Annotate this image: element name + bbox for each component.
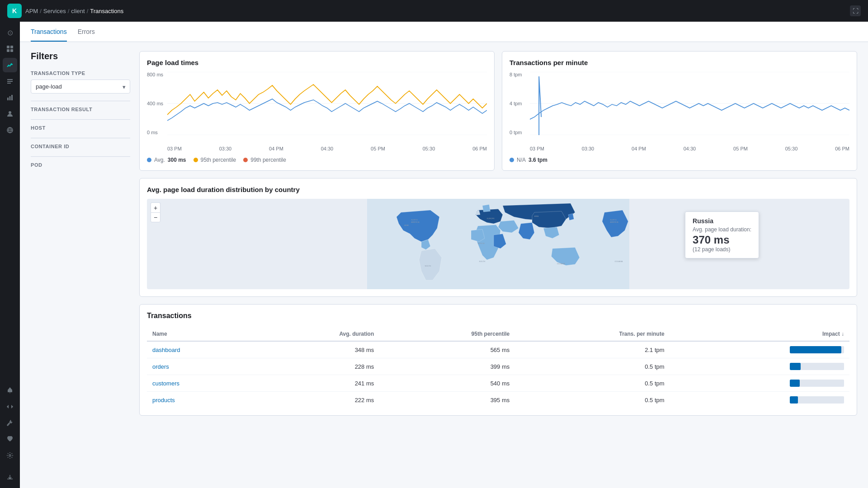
cell-impact xyxy=(670,341,849,358)
cell-p95: 565 ms xyxy=(379,341,515,358)
filter-group-result: TRANSACTION RESULT xyxy=(31,107,130,112)
impact-bar-bg xyxy=(790,380,844,387)
svg-text:ASIA: ASIA xyxy=(534,215,538,217)
tpm-chart-title: Transactions per minute xyxy=(509,59,849,66)
transaction-link[interactable]: products xyxy=(152,397,175,404)
legend-avg: Avg. 300 ms xyxy=(147,157,186,163)
breadcrumb-sep1: / xyxy=(40,8,42,14)
cell-p95: 399 ms xyxy=(379,358,515,375)
impact-bar-wrap xyxy=(675,396,844,404)
cell-tpm: 2.1 tpm xyxy=(515,341,670,358)
sidebar-icon-settings[interactable] xyxy=(3,448,17,463)
tpm-legend: N/A 3.6 tpm xyxy=(509,157,849,163)
cell-name: products xyxy=(147,392,254,408)
sidebar-icon-dashboard[interactable] xyxy=(3,42,17,56)
sidebar-icon-code[interactable] xyxy=(3,399,17,414)
sidebar-icon-heart[interactable] xyxy=(3,432,17,446)
impact-bar-fill xyxy=(790,363,801,370)
table-row: products 222 ms 395 ms 0.5 tpm xyxy=(147,392,849,408)
cell-avg: 348 ms xyxy=(254,341,379,358)
sidebar-icon-apm[interactable] xyxy=(3,58,17,72)
page-load-chart-title: Page load times xyxy=(147,59,487,66)
svg-rect-1 xyxy=(10,46,13,48)
map-zoom-out[interactable]: − xyxy=(151,212,160,222)
col-impact[interactable]: Impact ↓ xyxy=(670,327,849,341)
tpm-y-labels: 8 tpm 4 tpm 0 tpm xyxy=(509,72,530,135)
table-row: customers 241 ms 540 ms 0.5 tpm xyxy=(147,375,849,392)
cell-avg: 241 ms xyxy=(254,375,379,392)
legend-p95-dot xyxy=(193,158,198,162)
layout-row: Filters TRANSACTION TYPE page-load TRANS… xyxy=(31,51,857,416)
map-tooltip: Russia Avg. page load duration: 370 ms (… xyxy=(685,211,759,258)
breadcrumb-apm[interactable]: APM xyxy=(25,8,38,14)
legend-tpm-na: N/A 3.6 tpm xyxy=(509,157,547,163)
cell-tpm: 0.5 tpm xyxy=(515,375,670,392)
page-load-y-labels: 800 ms 400 ms 0 ms xyxy=(147,72,167,135)
map-zoom-in[interactable]: + xyxy=(151,202,160,212)
breadcrumb-services[interactable]: Services xyxy=(43,8,66,14)
fullscreen-icon[interactable]: ⛶ xyxy=(850,5,861,16)
filter-group-container: CONTAINER ID xyxy=(31,144,130,149)
y-label-800: 800 ms xyxy=(147,72,167,77)
main-scroll[interactable]: Filters TRANSACTION TYPE page-load TRANS… xyxy=(20,42,868,488)
col-name: Name xyxy=(147,327,254,341)
sidebar-icon-home[interactable]: ⊙ xyxy=(3,25,17,40)
filter-label-container: CONTAINER ID xyxy=(31,144,130,149)
sidebar-icon-globe[interactable] xyxy=(3,123,17,137)
cell-impact xyxy=(670,375,849,392)
filter-divider-1 xyxy=(31,101,130,101)
transaction-link[interactable]: orders xyxy=(152,363,169,370)
charts-area: Page load times 800 ms 400 ms 0 ms xyxy=(139,51,857,416)
svg-rect-8 xyxy=(9,96,11,100)
tpm-chart-card: Transactions per minute 8 tpm 4 tpm 0 tp… xyxy=(502,51,857,171)
legend-p99: 99th percentile xyxy=(243,157,286,163)
filter-divider-4 xyxy=(31,156,130,157)
legend-p95: 95th percentile xyxy=(193,157,236,163)
tab-errors[interactable]: Errors xyxy=(78,22,95,42)
breadcrumb: APM / Services / client / Transactions xyxy=(25,8,123,14)
cell-tpm: 0.5 tpm xyxy=(515,392,670,408)
cell-avg: 222 ms xyxy=(254,392,379,408)
map-tooltip-sub: (12 page loads) xyxy=(693,246,751,253)
app-logo[interactable]: K xyxy=(7,4,22,18)
tab-transactions[interactable]: Transactions xyxy=(31,22,67,42)
sidebar-icon-wrench[interactable] xyxy=(3,416,17,430)
transaction-link[interactable]: customers xyxy=(152,380,179,387)
page-load-svg xyxy=(167,72,487,135)
charts-row: Page load times 800 ms 400 ms 0 ms xyxy=(139,51,857,171)
map-container[interactable]: + − xyxy=(147,199,849,289)
cell-avg: 228 ms xyxy=(254,358,379,375)
sidebar-icon-users[interactable] xyxy=(3,107,17,121)
y-label-400: 400 ms xyxy=(147,101,167,106)
sidebar-icon-logs[interactable] xyxy=(3,74,17,89)
impact-bar-fill xyxy=(790,396,798,404)
filter-select-type[interactable]: page-load xyxy=(31,80,130,94)
tabs-bar: Transactions Errors xyxy=(20,22,868,42)
cell-impact xyxy=(670,392,849,408)
sidebar-icon-dock[interactable] xyxy=(3,470,17,484)
page-load-chart-area: 800 ms 400 ms 0 ms xyxy=(147,72,487,144)
cell-name: customers xyxy=(147,375,254,392)
legend-tpm-dot xyxy=(509,158,514,162)
cell-name: dashboard xyxy=(147,341,254,358)
svg-point-10 xyxy=(9,111,11,114)
sidebar-icon-alerts[interactable] xyxy=(3,383,17,398)
filters-title: Filters xyxy=(31,51,130,61)
cell-tpm: 0.5 tpm xyxy=(515,358,670,375)
transactions-table-title: Transactions xyxy=(147,312,849,320)
filter-label-pod: POD xyxy=(31,162,130,168)
cell-p95: 540 ms xyxy=(379,375,515,392)
sidebar-icon-metrics[interactable] xyxy=(3,90,17,105)
filter-divider-3 xyxy=(31,138,130,138)
svg-text:NORTH: NORTH xyxy=(411,219,418,221)
svg-rect-3 xyxy=(10,49,13,52)
map-card: Avg. page load duration distribution by … xyxy=(139,178,857,297)
svg-text:OCEANIA: OCEANIA xyxy=(557,263,565,265)
filters-panel: Filters TRANSACTION TYPE page-load TRANS… xyxy=(31,51,130,416)
svg-rect-4 xyxy=(7,79,13,80)
breadcrumb-client[interactable]: client xyxy=(71,8,85,14)
filter-label-type: TRANSACTION TYPE xyxy=(31,70,130,76)
cell-impact xyxy=(670,358,849,375)
transaction-link[interactable]: dashboard xyxy=(152,347,180,353)
col-p95: 95th percentile xyxy=(379,327,515,341)
